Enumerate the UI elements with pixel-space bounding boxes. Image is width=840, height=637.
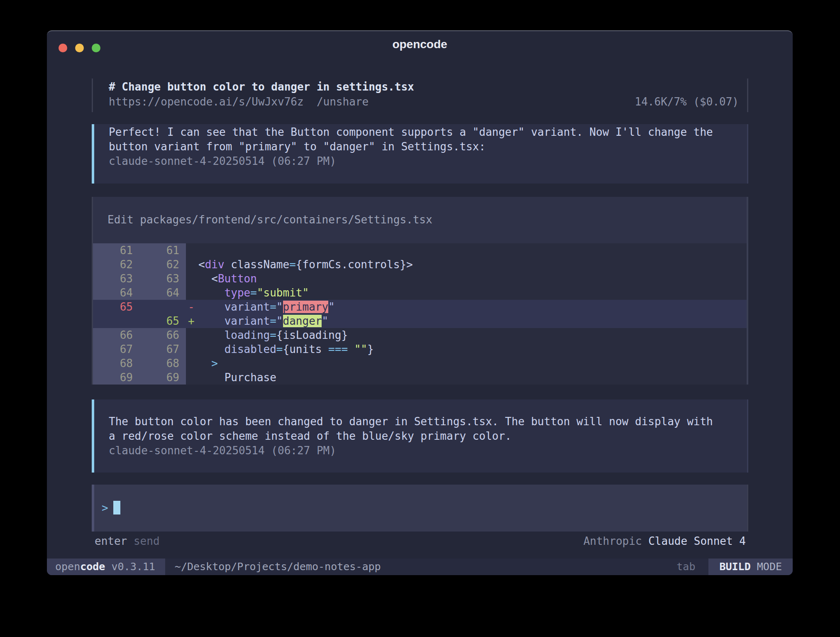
code-segment [198, 301, 225, 313]
session-header: # Change button color to danger in setti… [92, 78, 748, 112]
line-number-new [139, 300, 186, 314]
message-line: The button color has been changed to dan… [109, 414, 747, 429]
line-number-new: 63 [139, 272, 186, 286]
code-segment: variant [225, 315, 270, 327]
share-url-line: https://opencode.ai/s/UwJxv76z/unshare [109, 94, 414, 109]
diff-code-line: loading={isLoading} [198, 328, 747, 342]
working-directory: ~/Desktop/Projects/demo-notes-app [175, 559, 381, 575]
diff-marker: + [186, 314, 198, 328]
diff-row: 65+ variant="danger" [93, 314, 747, 328]
code-segment: loading [225, 329, 270, 341]
assistant-message: Perfect! I can see that the Button compo… [92, 124, 748, 184]
line-number-new: 65 [139, 314, 186, 328]
code-segment: < [211, 272, 218, 285]
code-segment: {formCs.controls}> [296, 258, 413, 271]
line-number-new: 62 [139, 257, 186, 272]
diff-marker [186, 243, 198, 257]
diff-code-line: type="submit" [198, 286, 747, 300]
message-line: a red/rose color scheme instead of the b… [109, 429, 747, 443]
minimize-window-button[interactable] [75, 44, 84, 52]
line-number-old: 68 [93, 356, 139, 370]
app-name-open: open [55, 561, 80, 573]
line-number-new: 69 [139, 370, 186, 385]
tab-key-hint: tab [676, 559, 695, 575]
assistant-message-meta: claude-sonnet-4-20250514 (06:27 PM) [109, 154, 747, 169]
code-segment: {units [283, 343, 329, 355]
diff-row: 6262<div className={formCs.controls}> [93, 257, 747, 272]
diff-marker: - [186, 300, 198, 314]
code-segment: div [205, 258, 225, 271]
line-number-new: 67 [139, 342, 186, 356]
line-number-old: 67 [93, 342, 139, 356]
session-header-left: # Change button color to danger in setti… [109, 79, 414, 109]
code-segment: = [276, 343, 283, 355]
edit-tool-block: Edit packages/frontend/src/containers/Se… [92, 197, 748, 385]
code-segment: disabled [225, 343, 276, 355]
close-window-button[interactable] [59, 44, 67, 52]
line-number-old: 63 [93, 272, 139, 286]
assistant-message-text: The button color has been changed to dan… [109, 414, 747, 443]
line-number-new: 64 [139, 286, 186, 300]
diff-code-line: variant="danger" [198, 314, 747, 328]
code-segment [198, 315, 225, 327]
send-action-label: send [134, 535, 160, 547]
line-number-old: 69 [93, 370, 139, 385]
diff-code-line: <Button [198, 272, 747, 286]
app-version-chip: opencodev0.3.11 [47, 559, 165, 575]
mode-chip[interactable]: BUILDMODE [708, 559, 793, 575]
diff-code-line: > [198, 356, 747, 370]
code-segment: {isLoading} [276, 329, 348, 341]
line-number-old: 65 [93, 300, 139, 314]
app-name-code: code [80, 561, 105, 573]
edit-file-path: Edit packages/frontend/src/containers/Se… [93, 197, 747, 243]
code-segment: " [276, 315, 283, 327]
share-url[interactable]: https://opencode.ai/s/UwJxv76z [109, 96, 304, 108]
diff-marker [186, 342, 198, 356]
code-segment: " [322, 315, 328, 327]
diff-code-line: Purchase [198, 370, 747, 385]
code-segment: variant [225, 301, 270, 313]
diff-code-line: variant="primary" [198, 300, 747, 314]
enter-key-hint: enter [95, 535, 127, 547]
line-number-old: 61 [93, 243, 139, 257]
assistant-message-text: Perfect! I can see that the Button compo… [109, 125, 747, 154]
line-number-new: 61 [139, 243, 186, 257]
diff-row: 6666 loading={isLoading} [93, 328, 747, 342]
unshare-command[interactable]: /unshare [317, 96, 369, 108]
traffic-lights [59, 44, 100, 52]
assistant-message-meta: claude-sonnet-4-20250514 (06:27 PM) [109, 443, 747, 458]
code-segment: = [270, 329, 276, 341]
code-segment: = [270, 301, 276, 313]
diff-marker [186, 272, 198, 286]
diff-code-line: <div className={formCs.controls}> [198, 257, 747, 272]
token-cost-stats: 14.6K/7% ($0.07) [635, 94, 739, 109]
text-cursor [113, 501, 120, 514]
code-segment: Button [218, 272, 257, 285]
code-segment: danger [283, 315, 322, 327]
zoom-window-button[interactable] [92, 44, 100, 52]
session-header-right: 14.6K/7% ($0.07) [635, 79, 739, 109]
session-title: # Change button color to danger in setti… [109, 79, 414, 94]
mode-build-label: BUILD [719, 561, 750, 573]
diff-row: 6464 type="submit" [93, 286, 747, 300]
code-segment [198, 357, 211, 370]
prompt-input[interactable]: > [92, 485, 748, 532]
code-segment: type [225, 287, 251, 299]
model-indicator: AnthropicClaude Sonnet 4 [584, 534, 746, 549]
diff-row: 6969 Purchase [93, 370, 747, 385]
message-line: Perfect! I can see that the Button compo… [109, 125, 747, 140]
line-number-old [93, 314, 139, 328]
title-bar: opencode [47, 31, 793, 58]
diff-marker [186, 370, 198, 385]
line-number-new: 66 [139, 328, 186, 342]
assistant-message: The button color has been changed to dan… [92, 399, 748, 473]
diff-marker [186, 286, 198, 300]
diff-row: 6161 [93, 243, 747, 257]
diff-row: 6767 disabled={units === ""} [93, 342, 747, 356]
session-content: # Change button color to danger in setti… [92, 78, 748, 549]
code-segment: "submit" [257, 287, 309, 299]
status-bar: opencodev0.3.11 ~/Desktop/Projects/demo-… [47, 559, 793, 575]
code-segment: = [250, 287, 257, 299]
model-name: Claude Sonnet 4 [648, 535, 746, 547]
diff-rows: 61616262<div className={formCs.controls}… [93, 243, 747, 385]
